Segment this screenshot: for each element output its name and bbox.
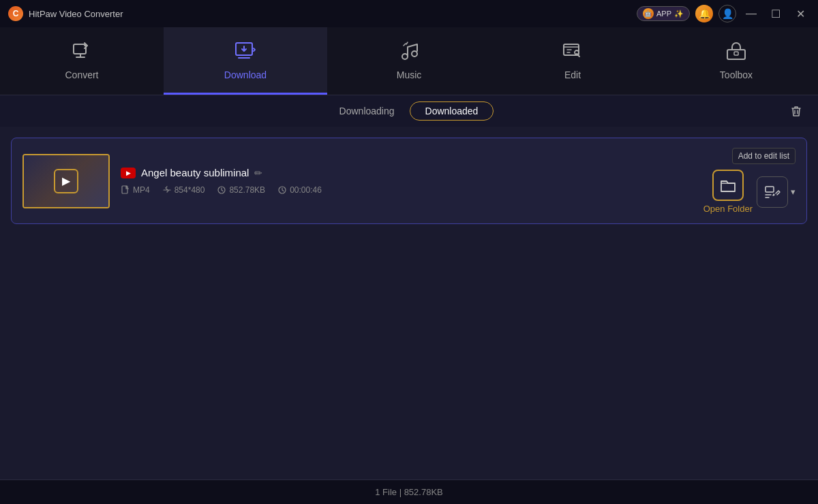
- subtab-downloading[interactable]: Downloading: [324, 102, 410, 120]
- svg-rect-6: [727, 50, 745, 59]
- meta-size-value: 852.78KB: [229, 185, 265, 195]
- toolbox-icon: [725, 40, 747, 65]
- svg-point-3: [412, 51, 417, 57]
- subtabs-bar: Downloading Downloaded: [0, 95, 818, 127]
- app-badge-icon: 🤖: [643, 8, 654, 19]
- close-button[interactable]: ✕: [791, 4, 810, 23]
- music-icon: [398, 40, 420, 65]
- video-title-row: ▶ Angel beauty subliminal ✏: [121, 167, 693, 178]
- titlebar-left: C HitPaw Video Converter: [8, 6, 123, 21]
- orange-circle-btn[interactable]: 🔔: [695, 5, 713, 22]
- subtab-downloaded[interactable]: Downloaded: [410, 101, 494, 121]
- maximize-button[interactable]: ☐: [766, 4, 785, 23]
- app-title: HitPaw Video Converter: [29, 9, 123, 19]
- meta-format: MP4: [121, 185, 150, 195]
- meta-resolution-value: 854*480: [175, 185, 205, 195]
- tab-convert-label: Convert: [65, 69, 98, 80]
- statusbar-text: 1 File | 852.78KB: [375, 487, 443, 497]
- titlebar: C HitPaw Video Converter 🤖 APP ✨ 🔔 👤 — ☐…: [0, 0, 818, 27]
- video-thumbnail[interactable]: ▶: [22, 154, 110, 208]
- svg-point-2: [402, 54, 408, 59]
- statusbar: 1 File | 852.78KB: [0, 479, 818, 504]
- open-folder-button[interactable]: [712, 170, 744, 201]
- badge-sparkle: ✨: [674, 10, 684, 18]
- size-icon: [217, 185, 226, 195]
- add-to-edit-list-button[interactable]: [757, 176, 788, 208]
- convert-icon: [71, 40, 93, 65]
- tab-toolbox[interactable]: Toolbox: [654, 27, 818, 95]
- edit-list-dropdown-arrow[interactable]: ▾: [788, 187, 796, 197]
- app-badge-label: APP: [656, 10, 671, 18]
- video-meta: MP4 854*480 852.78KB: [121, 185, 693, 195]
- main-content: ▶ ▶ Angel beauty subliminal ✏: [0, 127, 818, 479]
- tab-edit[interactable]: Edit: [491, 27, 654, 95]
- nav-tabs: Convert Download Music: [0, 27, 818, 95]
- meta-resolution: 854*480: [162, 185, 205, 195]
- svg-rect-11: [766, 187, 774, 192]
- tab-download-label: Download: [224, 69, 267, 80]
- tab-music[interactable]: Music: [327, 27, 491, 95]
- meta-duration-value: 00:00:46: [290, 185, 322, 195]
- video-title: Angel beauty subliminal: [141, 167, 249, 178]
- meta-size: 852.78KB: [217, 185, 265, 195]
- tab-toolbox-label: Toolbox: [720, 69, 753, 80]
- app-logo: C: [8, 6, 23, 21]
- trash-button[interactable]: [785, 100, 807, 122]
- video-card: ▶ ▶ Angel beauty subliminal ✏: [11, 138, 807, 224]
- edit-icon: [562, 40, 584, 65]
- video-actions: Add to edit list Open Folder: [703, 148, 796, 214]
- edit-pencil-icon[interactable]: ✏: [254, 168, 262, 178]
- minimize-button[interactable]: —: [742, 4, 761, 23]
- user-icon-btn[interactable]: 👤: [718, 5, 736, 22]
- file-icon: [121, 185, 130, 195]
- resolution-icon: [162, 185, 172, 195]
- svg-rect-7: [734, 52, 738, 55]
- meta-duration: 00:00:46: [277, 185, 322, 195]
- thumbnail-bg: ▶: [24, 155, 108, 207]
- tab-edit-label: Edit: [564, 69, 581, 80]
- tab-convert[interactable]: Convert: [0, 27, 164, 95]
- action-buttons-row: Open Folder ▾: [703, 170, 796, 214]
- play-button-overlay[interactable]: ▶: [54, 169, 78, 193]
- download-icon: [234, 40, 256, 65]
- app-badge[interactable]: 🤖 APP ✨: [637, 6, 690, 21]
- titlebar-right: 🤖 APP ✨ 🔔 👤 — ☐ ✕: [637, 4, 810, 23]
- add-to-edit-tooltip: Add to edit list: [732, 148, 796, 164]
- play-icon: ▶: [62, 174, 70, 187]
- meta-format-value: MP4: [133, 185, 150, 195]
- video-info: ▶ Angel beauty subliminal ✏ MP4: [121, 167, 693, 195]
- folder-wrapper: Open Folder: [703, 170, 753, 214]
- tab-music-label: Music: [397, 69, 422, 80]
- tab-download[interactable]: Download: [164, 27, 327, 95]
- duration-icon: [277, 185, 287, 195]
- youtube-icon: ▶: [121, 168, 136, 178]
- edit-list-wrapper: ▾: [757, 176, 796, 208]
- open-folder-label: Open Folder: [703, 204, 753, 214]
